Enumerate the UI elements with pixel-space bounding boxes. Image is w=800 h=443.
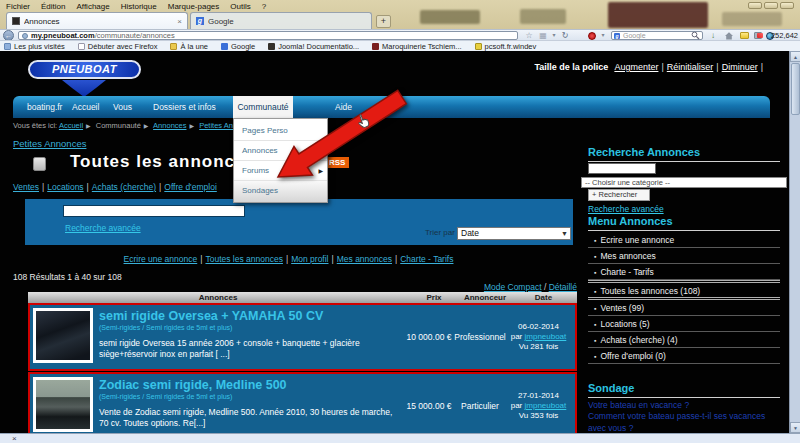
findbar-close-icon[interactable]: × xyxy=(12,434,17,443)
mon-profil-link[interactable]: Mon profil xyxy=(291,254,328,264)
maximize-button[interactable] xyxy=(764,2,778,9)
page-scrollbar[interactable]: ▲ ▼ xyxy=(789,51,800,433)
sidebar-item-toutes[interactable]: ▪Toutes les annonces (108) xyxy=(588,280,780,300)
tab-google[interactable]: g Google xyxy=(190,12,372,29)
joomla-icon xyxy=(268,43,275,50)
notes-addon-icon[interactable] xyxy=(740,32,749,39)
search-box[interactable]: g Google xyxy=(611,31,703,40)
sidebar-item-emploi[interactable]: ▪Offre d'emploi (0) xyxy=(588,348,780,364)
poll-question: Votre bateau en vacance ? Comment votre … xyxy=(588,400,780,433)
bookmark-item[interactable]: pcsoft.fr.windev xyxy=(475,42,537,51)
filter-emploi-link[interactable]: Offre d'emploi xyxy=(164,182,217,192)
ad-thumbnail[interactable] xyxy=(33,308,93,363)
sidebar-advanced-search-link[interactable]: Recherche avancée xyxy=(588,204,664,214)
folder-icon xyxy=(170,43,177,50)
sort-select[interactable]: Date▼ xyxy=(457,227,571,240)
ad-row[interactable]: Zodiac semi rigide, Medline 500 (Semi-ri… xyxy=(28,372,577,433)
sidebar-item-charte[interactable]: ▪Charte - Tarifs xyxy=(588,264,780,280)
poll-question-line2[interactable]: Comment votre bateau passe-t-il ses vaca… xyxy=(588,411,765,432)
menu-edition[interactable]: Édition xyxy=(41,2,65,11)
nav-dossiers[interactable]: Dossiers et infos xyxy=(153,96,216,118)
ad-author-link[interactable]: jmpneuboat xyxy=(524,401,566,410)
ad-title-link[interactable]: Zodiac semi rigide, Medline 500 xyxy=(99,378,399,392)
menu-help[interactable]: ? xyxy=(262,2,266,11)
font-decrease-link[interactable]: Diminuer xyxy=(722,62,758,72)
nav-aide[interactable]: Aide xyxy=(335,96,352,118)
close-button[interactable] xyxy=(780,2,794,9)
scroll-up-icon[interactable]: ▲ xyxy=(790,51,800,62)
petites-annonces-link[interactable]: Petites Annonces xyxy=(13,138,86,149)
bullet-icon: ▪ xyxy=(594,237,596,244)
filter-ventes-link[interactable]: Ventes xyxy=(13,182,39,192)
sidebar-item-ventes[interactable]: ▪Ventes (99) xyxy=(588,300,780,316)
rss-badge[interactable]: RSS xyxy=(325,157,349,168)
annonces-search-input[interactable] xyxy=(63,205,245,217)
mes-annonces-link[interactable]: Mes annonces xyxy=(337,254,392,264)
breadcrumb-annonces[interactable]: Annonces xyxy=(153,121,186,130)
bullet-icon: ▪ xyxy=(594,288,596,295)
addon-red-icon[interactable] xyxy=(588,32,596,40)
scrollbar-thumb[interactable] xyxy=(791,63,800,115)
nav-boating[interactable]: boating.fr xyxy=(27,96,62,118)
column-header-date[interactable]: Date xyxy=(510,292,577,303)
column-header-prix[interactable]: Prix xyxy=(408,292,460,303)
font-size-label: Taille de la police xyxy=(535,62,609,72)
ad-row[interactable]: semi rigide Oversea + YAMAHA 50 CV (Semi… xyxy=(28,303,577,371)
url-bar[interactable]: my.pneuboat.com/communaute/annonces xyxy=(18,31,518,40)
sidebar-item-ecrire[interactable]: ▪Ecrire une annonce xyxy=(588,232,780,248)
tab-annonces[interactable]: Annonces × xyxy=(6,12,188,29)
ecrire-annonce-link[interactable]: Ecrire une annonce xyxy=(124,254,198,264)
rechercher-button[interactable]: + Rechercher xyxy=(588,189,650,201)
ad-title-link[interactable]: semi rigide Oversea + YAMAHA 50 CV xyxy=(99,309,399,323)
magnifier-icon[interactable] xyxy=(691,31,700,40)
bookmark-item[interactable]: À la une xyxy=(170,42,208,51)
breadcrumb-communaute: Communauté xyxy=(96,121,141,130)
bookmark-item[interactable]: Les plus visités xyxy=(4,42,65,51)
dropdown-item-forums[interactable]: Forums▶ xyxy=(234,161,327,181)
mode-detaille-link[interactable]: Détaillé xyxy=(549,282,577,292)
category-select[interactable]: -- Choisir une catégorie -- xyxy=(581,177,787,188)
bookmark-item[interactable]: Joomla! Documentatio... xyxy=(268,42,359,51)
bookmark-item[interactable]: Google xyxy=(221,42,255,51)
dropdown-item-pages-perso[interactable]: Pages Perso xyxy=(234,121,327,141)
dropdown-item-sondages[interactable]: Sondages xyxy=(234,181,327,201)
filter-achats-link[interactable]: Achats (cherche) xyxy=(92,182,156,192)
menu-outils[interactable]: Outils xyxy=(230,2,250,11)
menu-affichage[interactable]: Affichage xyxy=(76,2,109,11)
nav-communaute-active[interactable]: Communauté xyxy=(233,96,293,118)
filter-locations-link[interactable]: Locations xyxy=(47,182,83,192)
breadcrumb-accueil[interactable]: Accueil xyxy=(59,121,83,130)
menu-fichier[interactable]: Fichier xyxy=(6,2,30,11)
minimize-button[interactable] xyxy=(748,2,762,9)
mode-compact-link[interactable]: Mode Compact xyxy=(484,282,542,292)
menu-historique[interactable]: Historique xyxy=(121,2,157,11)
bookmark-item[interactable]: Maroquinerie Tschiem... xyxy=(372,42,461,51)
sidebar-item-achats[interactable]: ▪Achats (cherche) (4) xyxy=(588,332,780,348)
column-header-annonceur[interactable]: Annonceur xyxy=(460,292,510,303)
sidebar-item-mes-annonces[interactable]: ▪Mes annonces xyxy=(588,248,780,264)
window-controls[interactable] xyxy=(748,2,794,9)
tab-close-icon[interactable]: × xyxy=(177,17,182,26)
scroll-down-icon[interactable]: ▼ xyxy=(790,422,800,433)
poll-question-line1[interactable]: Votre bateau en vacance ? xyxy=(588,400,780,411)
new-tab-button[interactable]: + xyxy=(376,15,391,28)
column-header-annonces[interactable]: Annonces xyxy=(28,292,408,303)
main-navigation: boating.fr Accueil Vous Dossiers et info… xyxy=(13,96,770,118)
nav-vous[interactable]: Vous xyxy=(113,96,132,118)
ad-author-link[interactable]: jmpneuboat xyxy=(524,332,566,341)
separator: | xyxy=(42,182,44,192)
charte-tarifs-link[interactable]: Charte - Tarifs xyxy=(400,254,453,264)
menu-marque-pages[interactable]: Marque-pages xyxy=(168,2,220,11)
dropdown-item-annonces[interactable]: Annonces xyxy=(234,141,327,161)
font-reset-link[interactable]: Réinitialiser xyxy=(667,62,714,72)
toutes-annonces-link[interactable]: Toutes les annonces xyxy=(205,254,283,264)
advanced-search-link[interactable]: Recherche avancée xyxy=(65,223,141,233)
font-increase-link[interactable]: Augmenter xyxy=(614,62,658,72)
nav-accueil[interactable]: Accueil xyxy=(72,96,99,118)
filter-links: Ventes|Locations|Achats (cherche)|Offre … xyxy=(13,182,217,192)
ad-thumbnail[interactable] xyxy=(33,377,93,432)
bookmark-item[interactable]: Débuter avec Firefox xyxy=(78,42,158,51)
sidebar-item-locations[interactable]: ▪Locations (5) xyxy=(588,316,780,332)
pneuboat-logo[interactable]: PNEUBOAT xyxy=(28,60,141,79)
sidebar-search-input[interactable] xyxy=(588,163,656,174)
